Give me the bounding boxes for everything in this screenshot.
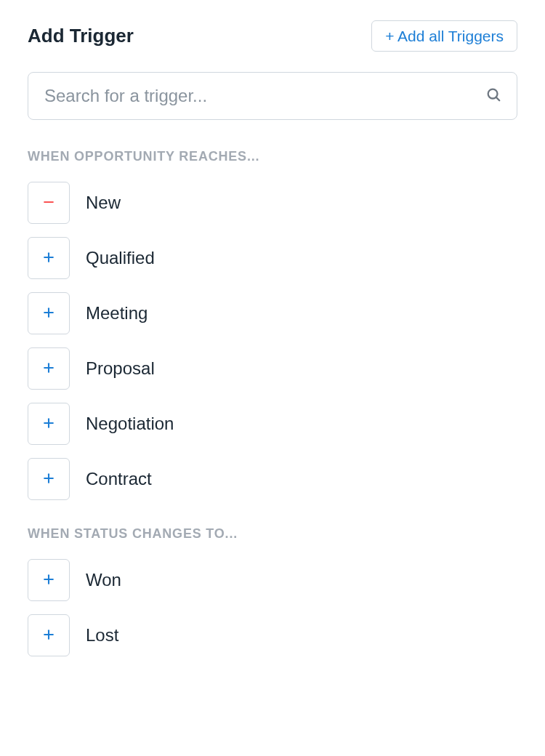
trigger-label: Contract <box>86 469 152 489</box>
trigger-list-opportunity: New Qualified Meeting Proposal <box>28 182 517 500</box>
plus-icon <box>41 471 56 488</box>
add-trigger-button[interactable] <box>28 614 70 656</box>
add-trigger-button[interactable] <box>28 458 70 500</box>
minus-icon <box>41 195 56 212</box>
trigger-label: Negotiation <box>86 414 174 434</box>
trigger-list-status: Won Lost <box>28 559 517 656</box>
trigger-label: Meeting <box>86 303 148 323</box>
add-trigger-button[interactable] <box>28 237 70 279</box>
trigger-label: New <box>86 193 121 213</box>
add-trigger-button[interactable] <box>28 559 70 601</box>
trigger-item-qualified: Qualified <box>28 237 517 279</box>
plus-icon <box>41 305 56 322</box>
remove-trigger-button[interactable] <box>28 182 70 224</box>
section-header-status: When Status Changes To... <box>28 526 517 542</box>
trigger-item-proposal: Proposal <box>28 347 517 390</box>
trigger-item-negotiation: Negotiation <box>28 403 517 445</box>
section-header-opportunity: When Opportunity Reaches... <box>28 149 517 164</box>
plus-icon <box>41 250 56 267</box>
trigger-item-meeting: Meeting <box>28 292 517 334</box>
trigger-item-new: New <box>28 182 517 224</box>
add-trigger-button[interactable] <box>28 347 70 390</box>
trigger-label: Won <box>86 570 121 590</box>
trigger-item-won: Won <box>28 559 517 601</box>
search-input[interactable] <box>28 72 517 120</box>
plus-icon <box>41 627 56 644</box>
plus-icon <box>41 416 56 433</box>
trigger-label: Lost <box>86 625 118 646</box>
page-title: Add Trigger <box>28 25 134 47</box>
header: Add Trigger + Add all Triggers <box>28 20 517 52</box>
add-trigger-button[interactable] <box>28 403 70 445</box>
trigger-label: Qualified <box>86 248 155 268</box>
trigger-item-contract: Contract <box>28 458 517 500</box>
trigger-label: Proposal <box>86 358 155 379</box>
trigger-item-lost: Lost <box>28 614 517 656</box>
add-trigger-button[interactable] <box>28 292 70 334</box>
plus-icon <box>41 572 56 589</box>
plus-icon <box>41 361 56 377</box>
search-wrapper <box>28 72 517 120</box>
add-all-triggers-button[interactable]: + Add all Triggers <box>371 20 517 52</box>
